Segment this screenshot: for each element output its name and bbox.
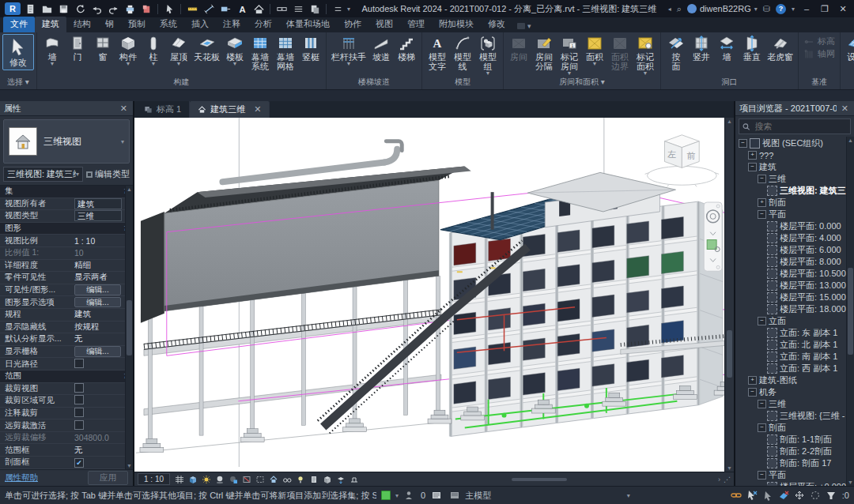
active-design-option[interactable]: 主模型 ▾ [465, 490, 725, 502]
hide-isolate-icon[interactable] [282, 474, 293, 485]
tree-item-平面[interactable]: −平面 [735, 469, 854, 481]
tree-item-剖面: 剖面 17[interactable]: 剖面: 剖面 17 [735, 457, 854, 469]
ribbon-button-门[interactable]: 门 [65, 34, 90, 62]
tab-建筑[interactable]: 建筑 [35, 17, 66, 32]
tree-item-楼层平面: 13.000[interactable]: 楼层平面: 13.000 [735, 280, 854, 291]
ribbon-button-模型线[interactable]: 模型线 [450, 34, 475, 72]
ribbon-button-房间分隔[interactable]: 房间分隔 [531, 34, 557, 72]
tree-expander-icon[interactable]: − [758, 423, 766, 432]
tree-expander-icon[interactable]: + [748, 376, 757, 385]
property-row-范围框[interactable]: 范围框无 [0, 444, 133, 457]
type-selector-chevron-icon[interactable]: ▾ [121, 138, 124, 145]
tree-item-楼层平面: 18.000[interactable]: 楼层平面: 18.000 [735, 303, 854, 315]
section-icon[interactable] [274, 2, 289, 15]
ribbon-button-竖井[interactable]: 竖井 [689, 34, 714, 62]
checkbox[interactable] [74, 395, 84, 404]
close-button[interactable]: ✕ [837, 4, 849, 14]
edit-button[interactable]: 编辑... [74, 346, 121, 357]
tree-item-剖面: 2-2剖面[interactable]: 剖面: 2-2剖面 [735, 446, 854, 457]
tree-expander-icon[interactable]: − [758, 400, 766, 408]
minimize-button[interactable]: – [800, 4, 813, 13]
edit-type-button[interactable]: 编辑类型 [85, 168, 130, 180]
design-options-icon[interactable] [430, 490, 443, 502]
tree-expander-icon[interactable]: − [758, 317, 766, 325]
view-tab-标高 1[interactable]: 标高 1 [136, 101, 190, 118]
tree-item-立面[interactable]: −立面 [735, 315, 854, 327]
tab-修改[interactable]: 修改 [481, 17, 512, 32]
view-tab-建筑三维[interactable]: 建筑三维✕ [190, 101, 270, 118]
ribbon-button-按面[interactable]: 按面 [663, 34, 689, 72]
measure-icon[interactable] [185, 2, 199, 15]
edit-button[interactable]: 编辑... [74, 297, 121, 308]
tree-expander-icon[interactable]: − [739, 139, 747, 148]
tab-附加模块[interactable]: 附加模块 [432, 17, 481, 32]
ribbon-button-标记面积[interactable]: 标记面积▼ [633, 34, 658, 76]
customize-qat-icon[interactable] [331, 2, 345, 15]
ribbon-button-楼板[interactable]: 楼板▼ [222, 34, 248, 66]
tree-item-楼层平面: 4.000[interactable]: 楼层平面: 4.000 [735, 232, 854, 244]
property-row-日光路径[interactable]: 日光路径 [0, 358, 133, 370]
tree-item-立面: 南 副本 1[interactable]: 立面: 南 副本 1 [735, 351, 854, 363]
properties-help-link[interactable]: 属性帮助 [5, 472, 38, 483]
close-inactive-icon[interactable] [139, 2, 153, 15]
ribbon-button-垂直[interactable]: 垂直 [739, 34, 765, 62]
type-selector[interactable]: 三维视图 ▾ [3, 119, 130, 164]
status-chevron-icon[interactable]: ▾ [395, 492, 399, 499]
shadows-icon[interactable] [214, 474, 225, 485]
tree-item-三维[interactable]: −三维 [735, 173, 854, 185]
ribbon-button-幕墙网格[interactable]: 幕墙网格 [273, 34, 298, 72]
ribbon-button-设置[interactable]: 设置▼ [843, 34, 854, 66]
ribbon-button-屋顶[interactable]: 屋顶▼ [166, 34, 191, 66]
visual-style-icon[interactable] [187, 474, 198, 485]
tab-分析[interactable]: 分析 [248, 17, 279, 32]
help-icon[interactable]: ? [776, 4, 786, 14]
tab-file[interactable]: 文件 [3, 17, 35, 32]
restore-button[interactable]: ❐ [818, 4, 831, 14]
canvas-vertical-scrollbar[interactable]: ▲▼ [724, 118, 734, 472]
tab-钢[interactable]: 钢 [98, 17, 121, 32]
dashed-circle-icon[interactable] [809, 490, 822, 502]
default-3d-view-icon[interactable] [251, 2, 266, 15]
displacement-sets-icon[interactable] [335, 474, 346, 485]
tree-item-三维视图: {三维 -[interactable]: 三维视图: {三维 - [735, 410, 854, 422]
tab-管理[interactable]: 管理 [400, 17, 432, 32]
property-row-显示隐藏线[interactable]: 显示隐藏线按规程 [0, 322, 133, 334]
select-link-x-icon[interactable] [746, 490, 758, 502]
property-row-裁剪区域可见[interactable]: 裁剪区域可见 [0, 395, 133, 408]
analytical-model-icon[interactable] [322, 474, 333, 485]
tab-extra-icons[interactable]: ▾ [512, 22, 536, 32]
property-row-注释裁剪[interactable]: 注释裁剪 [0, 408, 133, 420]
tag-by-category-icon[interactable] [218, 2, 232, 15]
ribbon-button-栏杆扶手[interactable]: 栏杆扶手▼ [329, 34, 368, 66]
tree-expander-icon[interactable]: − [748, 388, 757, 397]
binoculars-search-icon[interactable]: ⌕ [677, 4, 682, 14]
ribbon-button-柱[interactable]: 柱▼ [141, 34, 166, 66]
crop-view-icon[interactable] [241, 474, 252, 485]
browser-scrollbar[interactable]: ▲▼ [846, 137, 854, 486]
tree-item-楼层平面: 6.000[interactable]: 楼层平面: 6.000 [735, 244, 854, 256]
tree-expander-icon[interactable]: − [758, 210, 766, 219]
tree-item-楼层平面: 10.500[interactable]: 楼层平面: 10.500 [735, 268, 854, 280]
tree-item-立面: 东 副本 1[interactable]: 立面: 东 副本 1 [735, 327, 854, 339]
checkbox[interactable] [74, 359, 84, 368]
worksets-icon[interactable] [403, 490, 416, 502]
crop-region-icon[interactable] [255, 474, 266, 485]
design-options-list-icon[interactable] [448, 490, 460, 502]
checkbox[interactable] [74, 408, 84, 417]
properties-close-icon[interactable]: ✕ [119, 103, 129, 114]
tab-预制[interactable]: 预制 [121, 17, 153, 32]
property-section-集[interactable]: 集⊼ [0, 186, 133, 198]
sync-icon[interactable] [73, 2, 87, 15]
tree-item-楼层平面: 0.000[interactable]: 楼层平面: 0.000 [735, 220, 854, 232]
tree-item-剖面: 1-1剖面[interactable]: 剖面: 1-1剖面 [735, 434, 854, 446]
reveal-hidden-icon[interactable] [295, 474, 306, 485]
tab-体量和场地[interactable]: 体量和场地 [279, 17, 337, 32]
property-row-远剪裁激活[interactable]: 远剪裁激活 [0, 419, 133, 432]
edit-button[interactable]: 编辑... [74, 284, 121, 295]
tree-item-三维[interactable]: −三维 [735, 398, 854, 410]
reveal-constraints-icon[interactable] [349, 474, 360, 485]
property-row-规程[interactable]: 规程建筑 [0, 309, 133, 322]
app-store-cart-icon[interactable]: ⛁ [763, 4, 770, 14]
aligned-dimension-icon[interactable] [202, 2, 216, 15]
tree-expander-icon[interactable]: − [748, 163, 757, 171]
